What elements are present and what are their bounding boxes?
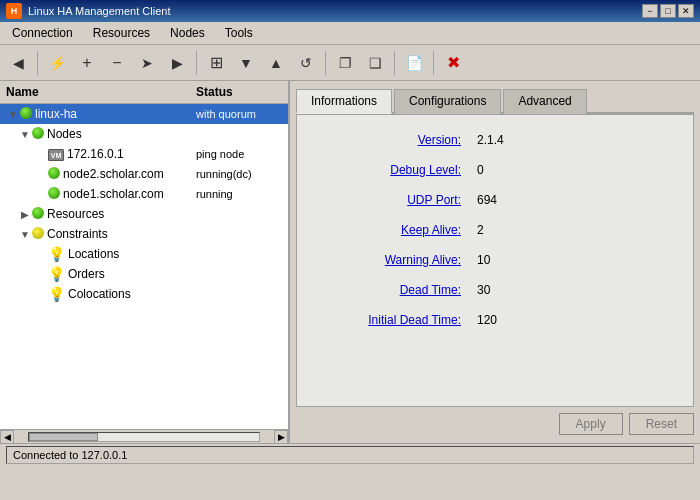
udp-label[interactable]: UDP Port:: [317, 193, 477, 207]
ip1-label: 172.16.0.1: [67, 147, 196, 161]
tree-body: ▼ linux-ha with quorum ▼ Nodes VM: [0, 104, 288, 429]
keepalive-label[interactable]: Keep Alive:: [317, 223, 477, 237]
toggle-nodes[interactable]: ▼: [18, 127, 32, 141]
sep-3: [394, 51, 395, 75]
refresh-button[interactable]: ↺: [292, 49, 320, 77]
debug-label[interactable]: Debug Level:: [317, 163, 477, 177]
reset-button[interactable]: Reset: [629, 413, 694, 435]
orders-label: Orders: [68, 267, 196, 281]
info-row-version: Version: 2.1.4: [317, 125, 673, 155]
app-icon: H: [6, 3, 22, 19]
linux-ha-status: with quorum: [196, 108, 286, 120]
tab-advanced[interactable]: Advanced: [503, 89, 586, 114]
ip1-icon: VM: [48, 147, 64, 162]
app-title: Linux HA Management Client: [28, 5, 636, 17]
info-row-warning: Warning Alive: 10: [317, 245, 673, 275]
scroll-thumb[interactable]: [29, 433, 98, 441]
tree-item-orders[interactable]: 💡 Orders: [0, 264, 288, 284]
sep-4: [433, 51, 434, 75]
tree-item-constraints[interactable]: ▼ Constraints: [0, 224, 288, 244]
sep-2: [325, 51, 326, 75]
toggle-resources[interactable]: ▶: [18, 207, 32, 221]
sep-1: [196, 51, 197, 75]
connect-button[interactable]: ⚡: [43, 49, 71, 77]
tree-item-ip1[interactable]: VM 172.16.0.1 ping node: [0, 144, 288, 164]
debug-value: 0: [477, 163, 484, 177]
move-button[interactable]: ➤: [133, 49, 161, 77]
close-button[interactable]: ✕: [678, 4, 694, 18]
dead-value: 30: [477, 283, 490, 297]
tree-col-name: Name: [4, 83, 194, 101]
version-label[interactable]: Version:: [317, 133, 477, 147]
linux-ha-label: linux-ha: [35, 107, 196, 121]
apply-button[interactable]: Apply: [559, 413, 623, 435]
tree-header: Name Status: [0, 81, 288, 104]
back-button[interactable]: ◀: [4, 49, 32, 77]
tree-panel: Name Status ▼ linux-ha with quorum ▼ Nod…: [0, 81, 290, 443]
node2-status: running(dc): [196, 168, 286, 180]
copy-button[interactable]: ❐: [331, 49, 359, 77]
resources-icon: [32, 207, 44, 222]
dead-label[interactable]: Dead Time:: [317, 283, 477, 297]
tree-item-node2[interactable]: node2.scholar.com running(dc): [0, 164, 288, 184]
tree-item-nodes[interactable]: ▼ Nodes: [0, 124, 288, 144]
remove-button[interactable]: −: [103, 49, 131, 77]
network-button[interactable]: ⊞: [202, 49, 230, 77]
colocations-label: Colocations: [68, 287, 196, 301]
menu-resources[interactable]: Resources: [85, 24, 158, 42]
menu-tools[interactable]: Tools: [217, 24, 261, 42]
title-bar: H Linux HA Management Client − □ ✕: [0, 0, 700, 22]
node1-label: node1.scholar.com: [63, 187, 196, 201]
bottom-buttons: Apply Reset: [296, 407, 694, 437]
initial-dead-value: 120: [477, 313, 497, 327]
exit-button[interactable]: ✖: [439, 49, 467, 77]
scroll-track[interactable]: [28, 432, 260, 442]
toggle-constraints[interactable]: ▼: [18, 227, 32, 241]
keepalive-value: 2: [477, 223, 484, 237]
up-button[interactable]: ▲: [262, 49, 290, 77]
tab-informations[interactable]: Informations: [296, 89, 392, 114]
down-button[interactable]: ▼: [232, 49, 260, 77]
menu-nodes[interactable]: Nodes: [162, 24, 213, 42]
tree-scrollbar[interactable]: ◀ ▶: [0, 429, 288, 443]
tree-item-linux-ha[interactable]: ▼ linux-ha with quorum: [0, 104, 288, 124]
main-layout: Name Status ▼ linux-ha with quorum ▼ Nod…: [0, 81, 700, 443]
locations-label: Locations: [68, 247, 196, 261]
tab-configurations[interactable]: Configurations: [394, 89, 501, 114]
maximize-button[interactable]: □: [660, 4, 676, 18]
info-content: Version: 2.1.4 Debug Level: 0 UDP Port: …: [296, 114, 694, 407]
linux-ha-icon: [20, 107, 32, 122]
info-row-debug: Debug Level: 0: [317, 155, 673, 185]
ip1-status: ping node: [196, 148, 286, 160]
scroll-left[interactable]: ◀: [0, 430, 14, 444]
node2-label: node2.scholar.com: [63, 167, 196, 181]
menu-connection[interactable]: Connection: [4, 24, 81, 42]
info-row-initial-dead: Initial Dead Time: 120: [317, 305, 673, 335]
paste-button[interactable]: ❑: [361, 49, 389, 77]
tree-item-resources[interactable]: ▶ Resources: [0, 204, 288, 224]
status-label: Connected to 127.0.0.1: [13, 449, 127, 461]
nodes-icon: [32, 127, 44, 142]
warning-value: 10: [477, 253, 490, 267]
detail-panel: Informations Configurations Advanced Ver…: [290, 81, 700, 443]
constraints-label: Constraints: [47, 227, 196, 241]
node1-icon: [48, 187, 60, 202]
info-row-keepalive: Keep Alive: 2: [317, 215, 673, 245]
start-button[interactable]: ▶: [163, 49, 191, 77]
toggle-linux-ha[interactable]: ▼: [6, 107, 20, 121]
minimize-button[interactable]: −: [642, 4, 658, 18]
tree-item-locations[interactable]: 💡 Locations: [0, 244, 288, 264]
tree-item-colocations[interactable]: 💡 Colocations: [0, 284, 288, 304]
tree-col-status: Status: [194, 83, 284, 101]
info-row-udp: UDP Port: 694: [317, 185, 673, 215]
node1-status: running: [196, 188, 286, 200]
tab-bar: Informations Configurations Advanced: [296, 87, 694, 114]
file-button[interactable]: 📄: [400, 49, 428, 77]
resources-label: Resources: [47, 207, 196, 221]
scroll-right[interactable]: ▶: [274, 430, 288, 444]
initial-dead-label[interactable]: Initial Dead Time:: [317, 313, 477, 327]
add-button[interactable]: +: [73, 49, 101, 77]
warning-label[interactable]: Warning Alive:: [317, 253, 477, 267]
tree-item-node1[interactable]: node1.scholar.com running: [0, 184, 288, 204]
nodes-label: Nodes: [47, 127, 196, 141]
